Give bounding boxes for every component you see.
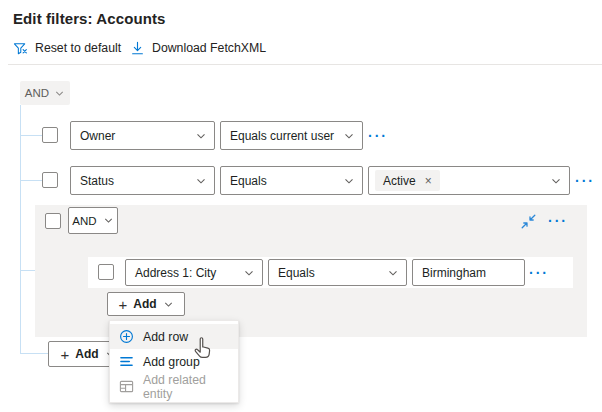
add-row-icon bbox=[119, 329, 134, 344]
nested-row-more-icon[interactable]: ··· bbox=[529, 259, 549, 286]
tree-line-row1 bbox=[21, 135, 42, 136]
root-add-label: Add bbox=[75, 347, 98, 361]
plus-icon: + bbox=[60, 347, 69, 362]
row2-field-select[interactable]: Status bbox=[70, 166, 215, 195]
menu-item-add-group[interactable]: Add group bbox=[110, 349, 238, 374]
value-tag[interactable]: Active × bbox=[375, 170, 440, 191]
group-checkbox[interactable] bbox=[45, 213, 61, 229]
tree-line-row2 bbox=[21, 180, 42, 181]
remove-tag-icon[interactable]: × bbox=[425, 174, 432, 188]
nested-field-select[interactable]: Address 1: City bbox=[125, 259, 263, 286]
value-tag-label: Active bbox=[383, 174, 416, 188]
chevron-down-icon bbox=[343, 130, 355, 142]
row2-checkbox[interactable] bbox=[42, 172, 58, 188]
reset-to-default-button[interactable]: Reset to default bbox=[13, 38, 121, 58]
chevron-down-icon bbox=[343, 175, 355, 187]
chevron-down-icon bbox=[243, 267, 255, 279]
row1-field-select[interactable]: Owner bbox=[70, 121, 215, 150]
tree-line-group bbox=[21, 270, 35, 271]
nested-field-value: Address 1: City bbox=[135, 266, 216, 280]
group-add-button[interactable]: + Add bbox=[107, 292, 185, 316]
chevron-down-icon bbox=[550, 175, 562, 187]
row1-operator-value: Equals current user bbox=[230, 129, 334, 143]
download-icon bbox=[130, 41, 145, 56]
nested-value-box bbox=[412, 259, 525, 286]
add-related-entity-icon bbox=[119, 379, 134, 394]
menu-item-add-related-entity-label: Add related entity bbox=[143, 373, 229, 401]
tree-line-root bbox=[20, 105, 21, 354]
group-more-icon[interactable]: ··· bbox=[548, 207, 568, 234]
toolbar-divider bbox=[8, 64, 602, 65]
row1-more-icon[interactable]: ··· bbox=[368, 121, 388, 150]
chevron-down-icon bbox=[195, 175, 207, 187]
nested-row-checkbox[interactable] bbox=[98, 264, 114, 280]
row2-operator-select[interactable]: Equals bbox=[220, 166, 363, 195]
row1-operator-select[interactable]: Equals current user bbox=[220, 121, 363, 150]
add-dropdown-menu: Add row Add group Add related entity bbox=[109, 320, 239, 403]
download-fetchxml-button[interactable]: Download FetchXML bbox=[130, 38, 266, 58]
chevron-down-icon bbox=[195, 130, 207, 142]
row2-field-value: Status bbox=[80, 174, 114, 188]
plus-icon: + bbox=[118, 297, 127, 312]
menu-item-add-row[interactable]: Add row bbox=[110, 324, 238, 349]
group-add-label: Add bbox=[133, 297, 156, 311]
chevron-down-icon bbox=[103, 215, 114, 226]
chevron-down-icon bbox=[163, 299, 174, 310]
root-operator-dropdown[interactable]: AND bbox=[20, 81, 70, 105]
tree-line-add bbox=[21, 353, 48, 354]
group-operator-dropdown[interactable]: AND bbox=[68, 207, 118, 234]
filter-reset-icon bbox=[13, 41, 28, 56]
reset-to-default-label: Reset to default bbox=[35, 41, 121, 55]
nested-operator-select[interactable]: Equals bbox=[268, 259, 407, 286]
row1-checkbox[interactable] bbox=[42, 127, 58, 143]
collapse-group-icon[interactable] bbox=[521, 214, 536, 229]
download-fetchxml-label: Download FetchXML bbox=[152, 41, 266, 55]
chevron-down-icon bbox=[387, 267, 399, 279]
group-operator-label: AND bbox=[72, 215, 96, 227]
row1-field-value: Owner bbox=[80, 129, 115, 143]
menu-item-add-related-entity: Add related entity bbox=[110, 374, 238, 399]
menu-item-add-row-label: Add row bbox=[143, 330, 188, 344]
add-group-icon bbox=[119, 354, 134, 369]
nested-operator-value: Equals bbox=[278, 266, 315, 280]
row2-operator-value: Equals bbox=[230, 174, 267, 188]
root-operator-label: AND bbox=[25, 87, 49, 99]
menu-item-add-group-label: Add group bbox=[143, 355, 200, 369]
row2-value-select[interactable]: Active × bbox=[368, 166, 570, 195]
edit-filters-panel: Edit filters: Accounts Reset to default … bbox=[0, 0, 602, 412]
nested-value-input[interactable] bbox=[413, 260, 524, 285]
page-title: Edit filters: Accounts bbox=[13, 10, 166, 27]
chevron-down-icon bbox=[54, 88, 65, 99]
row2-more-icon[interactable]: ··· bbox=[575, 166, 595, 195]
